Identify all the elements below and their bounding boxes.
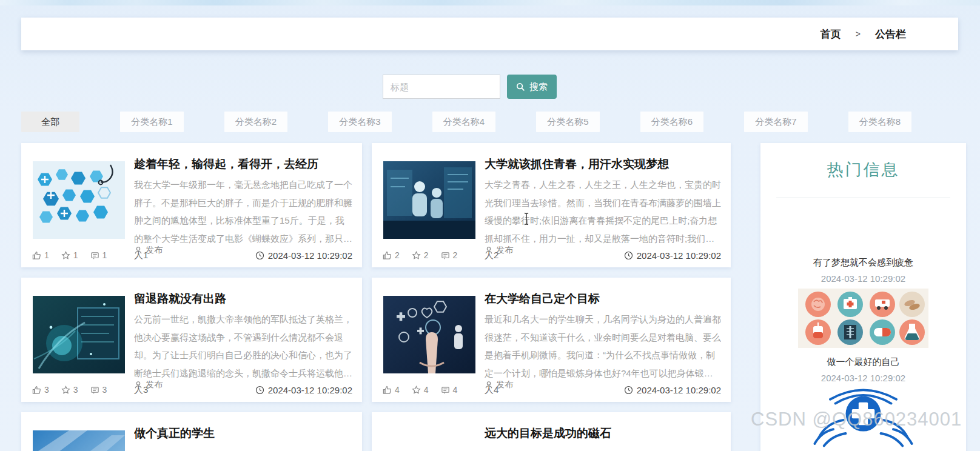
comment-count: 1	[102, 250, 107, 260]
article-date-row: 2024-03-12 10:29:02	[255, 250, 352, 261]
search-button[interactable]: 搜索	[507, 75, 557, 99]
hot-item-image	[798, 289, 928, 348]
comment-stat: 1	[90, 250, 107, 260]
thumbs-up-icon	[32, 386, 41, 395]
star-icon	[61, 386, 70, 395]
hot-item-title: 做一个最好的自己	[760, 356, 966, 368]
article-stats: 3 3 3	[32, 385, 123, 395]
comment-count: 2	[453, 250, 458, 260]
article-card[interactable]: 留退路就没有出路 公元前一世纪，凯撒大帝率领他的军队抵达了英格兰，他决心要赢得这…	[21, 278, 362, 402]
star-stat: 3	[61, 385, 78, 395]
breadcrumb-home-link[interactable]: 首页	[821, 27, 841, 41]
author-name: 人3	[134, 384, 148, 396]
article-image	[33, 430, 125, 451]
article-excerpt: 最近和几名大一的学生聊天，几名同学认为身边的人普遍都很迷茫，不知道该干什么，业余…	[485, 310, 721, 382]
star-icon	[412, 386, 421, 395]
category-tab-label: 分类名称8	[859, 116, 901, 128]
comment-count: 4	[453, 385, 458, 395]
article-meta-row: 1 1 1	[32, 249, 352, 262]
like-count: 1	[44, 250, 49, 260]
article-excerpt	[134, 445, 352, 451]
text-cursor	[523, 212, 530, 228]
article-date: 2024-03-12 10:29:02	[637, 385, 721, 395]
article-card[interactable]: 远大的目标是成功的磁石	[372, 412, 731, 451]
category-tab-label: 全部	[41, 116, 59, 128]
article-excerpt: 公元前一世纪，凯撒大帝率领他的军队抵达了英格兰，他决心要赢得这场战争，不管遇到什…	[134, 310, 352, 382]
category-tab[interactable]: 分类名称2	[224, 112, 287, 132]
category-tab[interactable]: 全部	[21, 112, 79, 132]
category-tab[interactable]: 分类名称7	[744, 112, 807, 132]
category-tabs: 全部 分类名称1 分类名称2 分类名称3 分类名称4 分类名称5 分类名称6 分…	[21, 112, 911, 132]
hot-item[interactable]: 做一个最好的自己 2024-03-12 10:29:02	[760, 356, 966, 447]
article-excerpt	[485, 445, 721, 451]
favorite-count: 4	[424, 385, 429, 395]
article-card[interactable]: 在大学给自己定个目标 最近和几名大一的学生聊天，几名同学认为身边的人普遍都很迷茫…	[372, 278, 731, 402]
category-tab[interactable]: 分类名称4	[432, 112, 495, 132]
like-count: 2	[395, 250, 400, 260]
article-date: 2024-03-12 10:29:02	[268, 385, 352, 395]
search-button-label: 搜索	[529, 81, 548, 93]
comment-icon	[90, 386, 99, 395]
star-stat: 4	[412, 385, 429, 395]
header-bar: 首页 > 公告栏	[21, 18, 958, 50]
article-card[interactable]: 做个真正的学生	[21, 412, 362, 451]
page-background: { "colors": { "accent_teal": "#4f9e99", …	[0, 0, 980, 451]
star-icon	[61, 251, 70, 260]
like-stat: 1	[32, 250, 49, 260]
category-tab-label: 分类名称7	[755, 116, 796, 128]
clock-icon	[255, 251, 264, 260]
comment-icon	[441, 251, 450, 260]
star-icon	[412, 251, 421, 260]
article-date-row: 2024-03-12 10:29:02	[624, 385, 721, 395]
thumbs-up-icon	[383, 386, 392, 395]
hot-item-image	[798, 388, 928, 447]
hot-panel: 热门信息 有了梦想就不会感到疲惫 2024-03-12 10:29:02 做一个…	[760, 143, 966, 451]
search-icon	[516, 82, 525, 92]
article-title: 远大的目标是成功的磁石	[485, 426, 721, 441]
comment-stat: 3	[90, 385, 107, 395]
thumbs-up-icon	[32, 251, 41, 260]
article-image	[383, 430, 475, 451]
article-title: 做个真正的学生	[134, 426, 352, 441]
like-count: 4	[395, 385, 400, 395]
article-excerpt: 大学之青春，人生之春，人生之王，人生之华也，宝贵的时光我们理当去珍惜。然而，当我…	[485, 176, 721, 247]
article-date: 2024-03-12 10:29:02	[268, 250, 352, 261]
category-tab-label: 分类名称1	[131, 116, 172, 128]
author-name: 人2	[485, 250, 498, 261]
article-title: 趁着年轻，输得起，看得开，去经历	[134, 156, 352, 172]
article-card[interactable]: 趁着年轻，输得起，看得开，去经历 我在大学一年级那一年，毫无悬念地把自己吃成了一…	[21, 143, 362, 267]
category-tab[interactable]: 分类名称8	[848, 112, 911, 132]
search-input[interactable]	[383, 75, 500, 99]
hot-items-list: 有了梦想就不会感到疲惫 2024-03-12 10:29:02 做一个最好的自己…	[760, 257, 966, 451]
article-image	[383, 161, 475, 239]
favorite-count: 1	[73, 250, 78, 260]
breadcrumb-current[interactable]: 公告栏	[875, 27, 906, 41]
category-tab-label: 分类名称6	[651, 116, 693, 128]
category-tab-label: 分类名称2	[235, 116, 277, 128]
hot-item-date: 2024-03-12 10:29:02	[760, 373, 966, 383]
author-name: 人1	[134, 250, 148, 261]
article-card[interactable]: 大学就该抓住青春，用汗水实现梦想 大学之青春，人生之春，人生之王，人生之华也，宝…	[372, 143, 731, 267]
category-tab[interactable]: 分类名称5	[536, 112, 599, 132]
article-excerpt: 我在大学一年级那一年，毫无悬念地把自己吃成了一个胖子。不是那种巨大的胖子，而是介…	[134, 176, 352, 247]
article-stats: 1 1 1	[32, 250, 123, 260]
article-date-row: 2024-03-12 10:29:02	[255, 385, 352, 395]
hot-panel-title: 热门信息	[760, 143, 966, 181]
category-tab[interactable]: 分类名称1	[120, 112, 183, 132]
article-date: 2024-03-12 10:29:02	[637, 250, 721, 261]
article-date-row: 2024-03-12 10:29:02	[624, 250, 721, 261]
category-tab-label: 分类名称3	[339, 116, 380, 128]
star-stat: 1	[61, 250, 78, 260]
category-tab-label: 分类名称5	[547, 116, 588, 128]
clock-icon	[255, 386, 264, 395]
article-image	[33, 296, 125, 373]
like-count: 3	[44, 385, 49, 395]
category-tab[interactable]: 分类名称6	[640, 112, 703, 132]
article-title: 留退路就没有出路	[134, 291, 352, 307]
article-stats: 4 4 4	[383, 385, 474, 395]
hot-item[interactable]: 有了梦想就不会感到疲惫 2024-03-12 10:29:02	[760, 257, 966, 348]
category-tab[interactable]: 分类名称3	[328, 112, 391, 132]
article-meta-row: 2 2 2	[383, 249, 721, 262]
comment-icon	[441, 386, 450, 395]
star-stat: 2	[412, 250, 429, 260]
